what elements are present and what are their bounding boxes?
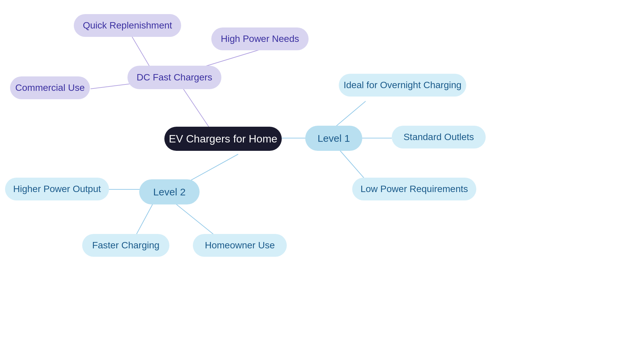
- standard-outlets-node: Standard Outlets: [392, 126, 486, 148]
- homeowner-use-node: Homeowner Use: [193, 234, 287, 257]
- quick-replenishment-node: Quick Replenishment: [74, 14, 181, 37]
- svg-line-5: [91, 83, 136, 89]
- level1-node: Level 1: [305, 126, 362, 151]
- dc-fast-chargers-node: DC Fast Chargers: [127, 66, 221, 89]
- ideal-overnight-node: Ideal for Overnight Charging: [339, 74, 466, 97]
- faster-charging-node: Faster Charging: [82, 234, 169, 257]
- low-power-req-node: Low Power Requirements: [352, 178, 476, 200]
- commercial-use-node: Commercial Use: [10, 76, 90, 99]
- high-power-needs-node: High Power Needs: [211, 27, 309, 50]
- higher-power-output-node: Higher Power Output: [5, 178, 109, 200]
- level2-node: Level 2: [139, 179, 200, 204]
- center-node: EV Chargers for Home: [164, 127, 282, 151]
